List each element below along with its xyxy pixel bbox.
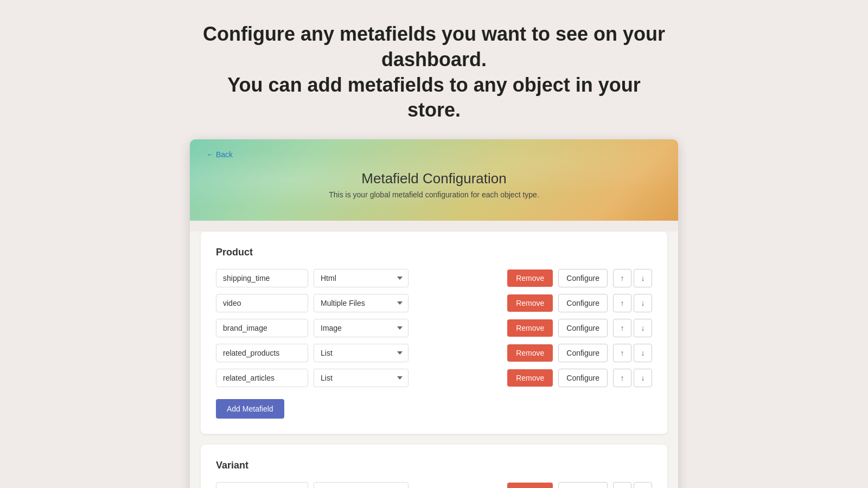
remove-button[interactable]: Remove bbox=[507, 483, 553, 488]
header-banner: ← Back Metafield Configuration This is y… bbox=[190, 139, 678, 221]
move-down-button[interactable]: ↓ bbox=[634, 294, 652, 312]
section-card-product: ProductHtmlMultiple FilesImageListString… bbox=[201, 232, 667, 434]
move-up-button[interactable]: ↑ bbox=[613, 294, 631, 312]
arrow-group: ↑↓ bbox=[613, 269, 652, 287]
move-down-button[interactable]: ↓ bbox=[634, 344, 652, 362]
back-link[interactable]: ← Back bbox=[206, 150, 662, 159]
field-name-input[interactable] bbox=[216, 269, 308, 287]
section-title-variant: Variant bbox=[216, 460, 652, 471]
move-up-button[interactable]: ↑ bbox=[613, 344, 631, 362]
field-name-input[interactable] bbox=[216, 482, 308, 488]
move-up-button[interactable]: ↑ bbox=[613, 482, 631, 488]
configure-button[interactable]: Configure bbox=[558, 269, 608, 287]
metafield-row: HtmlMultiple FilesImageListStringInteger… bbox=[216, 369, 652, 387]
field-type-select[interactable]: HtmlMultiple FilesImageListStringInteger… bbox=[314, 369, 409, 387]
move-down-button[interactable]: ↓ bbox=[634, 369, 652, 387]
field-type-select[interactable]: HtmlMultiple FilesImageListStringInteger… bbox=[314, 344, 409, 362]
configure-button[interactable]: Configure bbox=[558, 294, 608, 312]
page-headline: Configure any metafields you want to see… bbox=[190, 0, 678, 139]
banner-title-area: Metafield Configuration This is your glo… bbox=[206, 159, 662, 210]
remove-button[interactable]: Remove bbox=[507, 319, 553, 337]
metafield-row: HtmlMultiple FilesImageListStringInteger… bbox=[216, 319, 652, 337]
remove-button[interactable]: Remove bbox=[507, 344, 553, 362]
arrow-group: ↑↓ bbox=[613, 294, 652, 312]
move-up-button[interactable]: ↑ bbox=[613, 269, 631, 287]
field-type-select[interactable]: HtmlMultiple FilesImageListStringInteger… bbox=[314, 319, 409, 337]
move-down-button[interactable]: ↓ bbox=[634, 269, 652, 287]
field-type-select[interactable]: HtmlMultiple FilesImageListStringInteger… bbox=[314, 294, 409, 312]
configure-button[interactable]: Configure bbox=[558, 319, 608, 337]
field-name-input[interactable] bbox=[216, 319, 308, 337]
arrow-group: ↑↓ bbox=[613, 344, 652, 362]
move-up-button[interactable]: ↑ bbox=[613, 319, 631, 337]
field-type-select[interactable]: HtmlMultiple FilesImageListStringInteger… bbox=[314, 482, 409, 488]
metafield-row: HtmlMultiple FilesImageListStringInteger… bbox=[216, 482, 652, 488]
field-name-input[interactable] bbox=[216, 344, 308, 362]
arrow-group: ↑↓ bbox=[613, 482, 652, 488]
move-down-button[interactable]: ↓ bbox=[634, 319, 652, 337]
configure-button[interactable]: Configure bbox=[558, 369, 608, 387]
remove-button[interactable]: Remove bbox=[507, 269, 553, 287]
main-container: ← Back Metafield Configuration This is y… bbox=[190, 139, 678, 488]
metafield-row: HtmlMultiple FilesImageListStringInteger… bbox=[216, 269, 652, 287]
remove-button[interactable]: Remove bbox=[507, 294, 553, 312]
headline-text: Configure any metafields you want to see… bbox=[201, 22, 667, 123]
content-area: ProductHtmlMultiple FilesImageListString… bbox=[190, 232, 678, 488]
banner-title: Metafield Configuration bbox=[361, 170, 506, 187]
move-up-button[interactable]: ↑ bbox=[613, 369, 631, 387]
field-name-input[interactable] bbox=[216, 294, 308, 312]
arrow-group: ↑↓ bbox=[613, 369, 652, 387]
configure-button[interactable]: Configure bbox=[558, 344, 608, 362]
arrow-group: ↑↓ bbox=[613, 319, 652, 337]
configure-button[interactable]: Configure bbox=[558, 482, 608, 488]
remove-button[interactable]: Remove bbox=[507, 369, 553, 387]
metafield-row: HtmlMultiple FilesImageListStringInteger… bbox=[216, 344, 652, 362]
section-title-product: Product bbox=[216, 247, 652, 258]
field-type-select[interactable]: HtmlMultiple FilesImageListStringInteger… bbox=[314, 269, 409, 287]
banner-subtitle: This is your global metafield configurat… bbox=[329, 190, 539, 199]
metafield-row: HtmlMultiple FilesImageListStringInteger… bbox=[216, 294, 652, 312]
section-card-variant: VariantHtmlMultiple FilesImageListString… bbox=[201, 445, 667, 488]
add-metafield-button[interactable]: Add Metafield bbox=[216, 399, 284, 419]
field-name-input[interactable] bbox=[216, 369, 308, 387]
move-down-button[interactable]: ↓ bbox=[634, 482, 652, 488]
